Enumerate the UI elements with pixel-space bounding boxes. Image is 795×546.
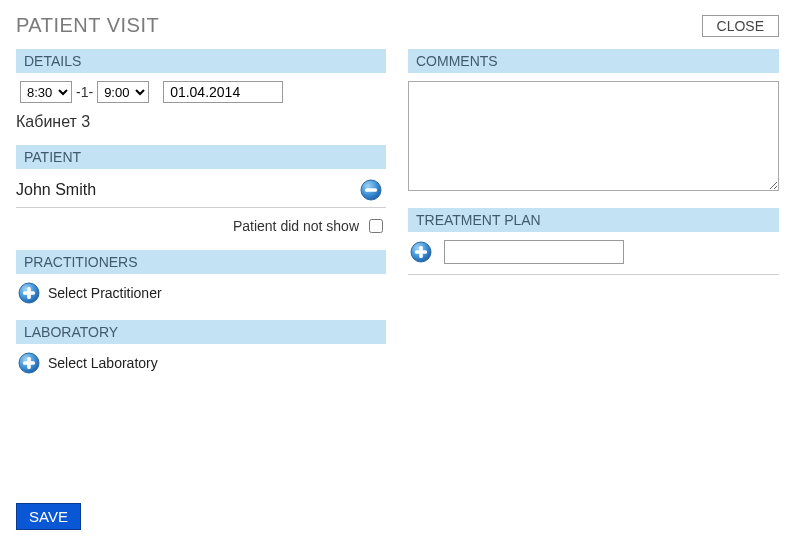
section-header-practitioners: PRACTITIONERS — [16, 250, 386, 274]
save-button[interactable]: SAVE — [16, 503, 81, 530]
minus-circle-icon — [360, 179, 382, 201]
plus-circle-icon — [410, 241, 432, 263]
page-title: PATIENT VISIT — [16, 14, 159, 37]
section-header-laboratory: LABORATORY — [16, 320, 386, 344]
noshow-label: Patient did not show — [233, 218, 359, 234]
svg-rect-7 — [27, 357, 31, 369]
section-header-details: DETAILS — [16, 49, 386, 73]
svg-rect-10 — [419, 246, 423, 258]
add-laboratory-button[interactable] — [18, 352, 40, 374]
section-header-patient: PATIENT — [16, 145, 386, 169]
section-header-treatment: TREATMENT PLAN — [408, 208, 779, 232]
time-end-select[interactable]: 9:00 — [97, 81, 149, 103]
section-header-comments: COMMENTS — [408, 49, 779, 73]
add-laboratory-label: Select Laboratory — [48, 355, 158, 371]
noshow-checkbox[interactable] — [369, 219, 383, 233]
treatment-input[interactable] — [444, 240, 624, 264]
add-treatment-button[interactable] — [410, 241, 432, 263]
plus-circle-icon — [18, 352, 40, 374]
add-practitioner-button[interactable] — [18, 282, 40, 304]
comments-textarea[interactable] — [408, 81, 779, 191]
time-start-select[interactable]: 8:30 — [20, 81, 72, 103]
plus-circle-icon — [18, 282, 40, 304]
time-separator: -1- — [76, 84, 93, 100]
date-input[interactable] — [163, 81, 283, 103]
cabinet-label: Кабинет 3 — [16, 113, 386, 131]
close-button[interactable]: CLOSE — [702, 15, 779, 37]
remove-patient-button[interactable] — [360, 179, 382, 201]
patient-name: John Smith — [16, 181, 96, 199]
svg-rect-1 — [365, 188, 377, 192]
add-practitioner-label: Select Practitioner — [48, 285, 162, 301]
svg-rect-4 — [27, 287, 31, 299]
